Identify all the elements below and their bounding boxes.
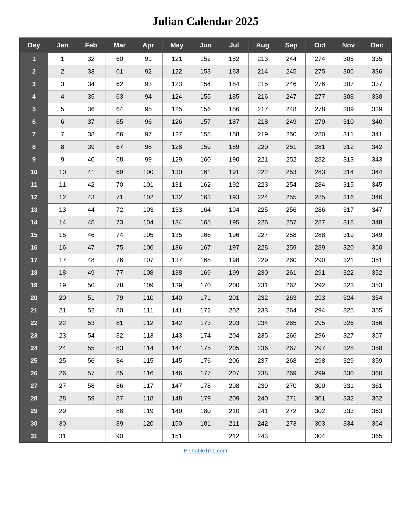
cell-day25-dec: 359 [363, 354, 392, 367]
cell-day9-jun: 160 [191, 153, 220, 166]
cell-day16-dec: 350 [363, 241, 392, 254]
cell-day10-nov: 314 [334, 166, 363, 179]
cell-day21-apr: 111 [134, 304, 162, 317]
cell-day8-oct: 281 [306, 141, 334, 153]
cell-day2-jun: 153 [191, 65, 220, 78]
cell-day1-aug: 213 [248, 53, 277, 65]
table-row: 55366495125156186217248278309339 [19, 103, 392, 116]
col-header-jan: Jan [48, 38, 77, 53]
cell-day27-feb: 58 [77, 380, 105, 392]
cell-day17-jun: 168 [191, 254, 220, 266]
cell-day1-mar: 60 [105, 53, 134, 65]
cell-day24-jul: 205 [220, 342, 248, 354]
cell-day8-jun: 159 [191, 141, 220, 153]
cell-day6-oct: 279 [306, 116, 334, 128]
cell-day26-apr: 116 [134, 367, 162, 380]
cell-day1-jan: 1 [48, 53, 77, 65]
cell-day17-may: 137 [162, 254, 191, 266]
cell-day3-oct: 276 [306, 78, 334, 90]
cell-day23-mar: 82 [105, 329, 134, 342]
cell-day28-dec: 362 [363, 392, 392, 405]
cell-day10-oct: 283 [306, 166, 334, 179]
table-row: 23235482113143174204235266296327357 [19, 329, 392, 342]
cell-day14-may: 134 [162, 216, 191, 229]
cell-day22-dec: 356 [363, 317, 392, 329]
cell-day2-apr: 92 [134, 65, 162, 78]
cell-day27-jan: 27 [48, 380, 77, 392]
cell-day15-day: 15 [19, 229, 48, 241]
footer-link[interactable]: PrintableTree.com [184, 448, 227, 454]
cell-day5-oct: 278 [306, 103, 334, 116]
table-row: 16164775106136167197228259289320350 [19, 241, 392, 254]
table-row: 303089120150181211242273303334364 [19, 417, 392, 430]
cell-day26-mar: 85 [105, 367, 134, 380]
cell-day19-may: 139 [162, 279, 191, 292]
col-header-day: Day [19, 38, 48, 53]
cell-day22-aug: 234 [248, 317, 277, 329]
table-row: 22225381112142173203234265295326356 [19, 317, 392, 329]
cell-day13-sep: 256 [277, 204, 306, 216]
cell-day8-jan: 8 [48, 141, 77, 153]
cell-day23-may: 143 [162, 329, 191, 342]
table-row: 15154674105135166196227258288319349 [19, 229, 392, 241]
cell-day30-jun: 181 [191, 417, 220, 430]
cell-day11-oct: 284 [306, 179, 334, 191]
cell-day7-jan: 7 [48, 128, 77, 141]
cell-day28-day: 28 [19, 392, 48, 405]
cell-day1-nov: 305 [334, 53, 363, 65]
cell-day6-aug: 218 [248, 116, 277, 128]
cell-day22-may: 142 [162, 317, 191, 329]
cell-day4-aug: 216 [248, 90, 277, 103]
cell-day3-jun: 154 [191, 78, 220, 90]
cell-day26-jul: 207 [220, 367, 248, 380]
cell-day10-jul: 191 [220, 166, 248, 179]
table-row: 18184977108138169199230261291322352 [19, 266, 392, 279]
cell-day6-jul: 187 [220, 116, 248, 128]
cell-day15-oct: 288 [306, 229, 334, 241]
cell-day31-dec: 365 [363, 430, 392, 443]
cell-day17-nov: 321 [334, 254, 363, 266]
cell-day6-sep: 249 [277, 116, 306, 128]
cell-day21-oct: 294 [306, 304, 334, 317]
cell-day6-apr: 96 [134, 116, 162, 128]
cell-day2-nov: 306 [334, 65, 363, 78]
cell-day28-oct: 301 [306, 392, 334, 405]
table-row: 44356394124155185216247277308338 [19, 90, 392, 103]
cell-day11-mar: 70 [105, 179, 134, 191]
cell-day19-jun: 170 [191, 279, 220, 292]
cell-day27-jul: 208 [220, 380, 248, 392]
cell-day31-nov [334, 430, 363, 443]
cell-day22-nov: 326 [334, 317, 363, 329]
cell-day23-oct: 296 [306, 329, 334, 342]
cell-day20-mar: 79 [105, 292, 134, 304]
table-row: 10104169100130161191222253283314344 [19, 166, 392, 179]
cell-day25-jul: 206 [220, 354, 248, 367]
table-row: 13134472103133164194225256286317347 [19, 204, 392, 216]
cell-day24-jun: 175 [191, 342, 220, 354]
cell-day4-jul: 185 [220, 90, 248, 103]
cell-day23-day: 23 [19, 329, 48, 342]
col-header-mar: Mar [105, 38, 134, 53]
cell-day19-dec: 353 [363, 279, 392, 292]
cell-day11-sep: 254 [277, 179, 306, 191]
cell-day15-sep: 258 [277, 229, 306, 241]
cell-day8-sep: 251 [277, 141, 306, 153]
cell-day10-aug: 222 [248, 166, 277, 179]
cell-day31-aug: 243 [248, 430, 277, 443]
cell-day12-mar: 71 [105, 191, 134, 204]
cell-day24-may: 144 [162, 342, 191, 354]
cell-day15-aug: 227 [248, 229, 277, 241]
cell-day11-may: 131 [162, 179, 191, 191]
cell-day13-nov: 317 [334, 204, 363, 216]
cell-day9-aug: 221 [248, 153, 277, 166]
cell-day13-dec: 347 [363, 204, 392, 216]
cell-day5-apr: 95 [134, 103, 162, 116]
cell-day17-mar: 76 [105, 254, 134, 266]
cell-day29-nov: 333 [334, 405, 363, 417]
cell-day1-dec: 335 [363, 53, 392, 65]
cell-day2-oct: 275 [306, 65, 334, 78]
cell-day24-apr: 114 [134, 342, 162, 354]
cell-day4-sep: 247 [277, 90, 306, 103]
table-row: 99406899129160190221252282313343 [19, 153, 392, 166]
cell-day9-jan: 9 [48, 153, 77, 166]
